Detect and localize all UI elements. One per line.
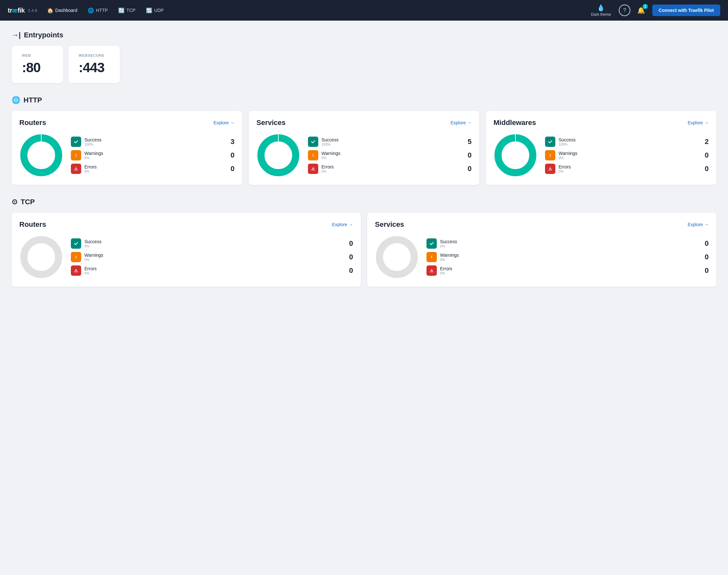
stat-label-wrap: Errors 0% bbox=[559, 164, 698, 173]
svg-text:!: ! bbox=[550, 153, 551, 158]
card-body: Success 100% 5 ! Warnings 0% 0 ⚠ Errors … bbox=[256, 133, 472, 177]
stat-label: Success bbox=[559, 137, 698, 142]
nav-http[interactable]: 🌐 HTTP bbox=[83, 5, 112, 16]
stat-badge-warning: ! bbox=[308, 150, 318, 161]
stat-label: Warnings bbox=[84, 252, 342, 258]
dark-theme-toggle[interactable]: 💧 Dark theme bbox=[587, 3, 615, 18]
stat-label-wrap: Errors 0% bbox=[440, 266, 698, 275]
stat-badge-success bbox=[71, 238, 81, 249]
entrypoint-name: WEBSECURE bbox=[79, 54, 109, 57]
stat-pct: 0% bbox=[84, 169, 223, 173]
card-header: Services Explore → bbox=[375, 220, 709, 229]
stat-label: Errors bbox=[84, 164, 223, 169]
svg-text:!: ! bbox=[312, 153, 314, 158]
stat-pct: 0% bbox=[440, 244, 698, 248]
svg-text:⚠: ⚠ bbox=[311, 167, 315, 171]
stat-badge-warning: ! bbox=[71, 252, 81, 262]
stat-card: Services Explore → Success 100% 5 bbox=[249, 111, 479, 185]
http-section: 🌐 HTTP Routers Explore → Success bbox=[11, 96, 717, 185]
stat-card: Routers Explore → Success 0% 0 bbox=[11, 213, 361, 287]
stat-label: Errors bbox=[559, 164, 698, 169]
stat-pct: 0% bbox=[559, 156, 698, 160]
card-header: Services Explore → bbox=[256, 119, 472, 127]
svg-point-11 bbox=[268, 145, 289, 166]
stat-badge-error: ⚠ bbox=[545, 164, 555, 174]
stat-pct: 0% bbox=[84, 258, 342, 262]
card-title: Routers bbox=[19, 220, 46, 229]
stat-count: 3 bbox=[227, 138, 235, 146]
card-body: Success 0% 0 ! Warnings 0% 0 ⚠ Errors 0% bbox=[375, 235, 709, 279]
entrypoint-card: WEBSECURE :443 bbox=[68, 46, 120, 83]
stat-row: ⚠ Errors 0% 0 bbox=[308, 164, 472, 174]
stat-row: ! Warnings 0% 0 bbox=[545, 150, 709, 161]
stat-pct: 0% bbox=[321, 169, 461, 173]
stat-card: Services Explore → Success 0% 0 bbox=[367, 213, 717, 287]
stat-count: 0 bbox=[701, 165, 709, 173]
stat-badge-error: ⚠ bbox=[71, 265, 81, 276]
stat-label: Warnings bbox=[440, 252, 698, 258]
card-title: Services bbox=[256, 119, 286, 127]
donut-chart bbox=[19, 235, 63, 279]
globe-icon: 🌐 bbox=[88, 7, 94, 13]
stat-row: ! Warnings 0% 0 bbox=[308, 150, 472, 161]
svg-rect-4 bbox=[73, 139, 79, 145]
http-header: 🌐 HTTP bbox=[11, 96, 717, 104]
explore-link[interactable]: Explore → bbox=[451, 120, 472, 125]
svg-text:⚠: ⚠ bbox=[74, 167, 78, 171]
stat-badge-success bbox=[308, 137, 318, 147]
stat-row: Success 0% 0 bbox=[71, 238, 353, 249]
stat-label-wrap: Errors 0% bbox=[321, 164, 461, 173]
stat-pct: 0% bbox=[84, 244, 342, 248]
card-body: Success 100% 3 ! Warnings 0% 0 ⚠ Errors … bbox=[19, 133, 235, 177]
connect-traefik-pilot-button[interactable]: Connect with Traefik Pilot bbox=[652, 4, 720, 16]
stat-pct: 0% bbox=[440, 271, 698, 275]
explore-link[interactable]: Explore → bbox=[332, 222, 353, 227]
http-cards-grid: Routers Explore → Success 100% 3 bbox=[11, 111, 717, 185]
stat-row: ⚠ Errors 0% 0 bbox=[71, 265, 353, 276]
donut-chart bbox=[256, 133, 300, 177]
tcp-header: ⊙ TCP bbox=[11, 198, 717, 206]
stat-card: Middlewares Explore → Success 100% 2 bbox=[486, 111, 717, 185]
stat-label: Errors bbox=[440, 266, 698, 271]
svg-text:!: ! bbox=[75, 255, 77, 260]
stat-label: Errors bbox=[84, 266, 342, 271]
udp-icon: 🔃 bbox=[146, 7, 152, 13]
stat-label: Success bbox=[84, 137, 223, 142]
svg-text:⚠: ⚠ bbox=[548, 167, 552, 171]
tcp-title: TCP bbox=[21, 198, 35, 206]
stat-count: 0 bbox=[227, 165, 235, 173]
notification-bell[interactable]: 🔔 1 bbox=[635, 4, 647, 16]
tcp-icon: 🔄 bbox=[118, 7, 125, 13]
stat-count: 0 bbox=[345, 253, 353, 261]
donut-chart bbox=[19, 133, 63, 177]
stat-label: Warnings bbox=[84, 151, 223, 156]
stat-badge-success bbox=[545, 137, 555, 147]
explore-link[interactable]: Explore → bbox=[688, 120, 709, 125]
nav-dashboard[interactable]: 🏠 Dashboard bbox=[42, 5, 82, 16]
entrypoints-section: →| Entrypoints WEB :80 WEBSECURE :443 bbox=[11, 31, 717, 83]
card-title: Middlewares bbox=[493, 119, 536, 127]
main-content: →| Entrypoints WEB :80 WEBSECURE :443 🌐 … bbox=[0, 21, 728, 310]
stat-row: ! Warnings 0% 0 bbox=[426, 252, 709, 262]
stat-row: ⚠ Errors 0% 0 bbox=[426, 265, 709, 276]
entrypoints-header: →| Entrypoints bbox=[11, 31, 717, 39]
svg-rect-36 bbox=[429, 241, 435, 246]
donut-chart bbox=[493, 133, 537, 177]
stats-list: Success 100% 3 ! Warnings 0% 0 ⚠ Errors … bbox=[71, 137, 235, 174]
stats-list: Success 0% 0 ! Warnings 0% 0 ⚠ Errors 0% bbox=[426, 238, 709, 276]
svg-text:!: ! bbox=[75, 153, 77, 158]
stat-count: 0 bbox=[701, 266, 709, 275]
entrypoints-grid: WEB :80 WEBSECURE :443 bbox=[11, 46, 717, 83]
explore-link[interactable]: Explore → bbox=[214, 120, 235, 125]
nav-tcp[interactable]: 🔄 TCP bbox=[114, 5, 140, 16]
stat-row: ⚠ Errors 0% 0 bbox=[545, 164, 709, 174]
help-button[interactable]: ? bbox=[619, 4, 630, 16]
svg-point-28 bbox=[31, 247, 51, 267]
stat-count: 0 bbox=[227, 151, 235, 160]
stat-count: 0 bbox=[701, 239, 709, 248]
explore-link[interactable]: Explore → bbox=[688, 222, 709, 227]
card-body: Success 0% 0 ! Warnings 0% 0 ⚠ Errors 0% bbox=[19, 235, 353, 279]
stat-row: Success 100% 3 bbox=[71, 137, 235, 147]
nav-udp[interactable]: 🔃 UDP bbox=[141, 5, 169, 16]
stat-label: Errors bbox=[321, 164, 461, 169]
